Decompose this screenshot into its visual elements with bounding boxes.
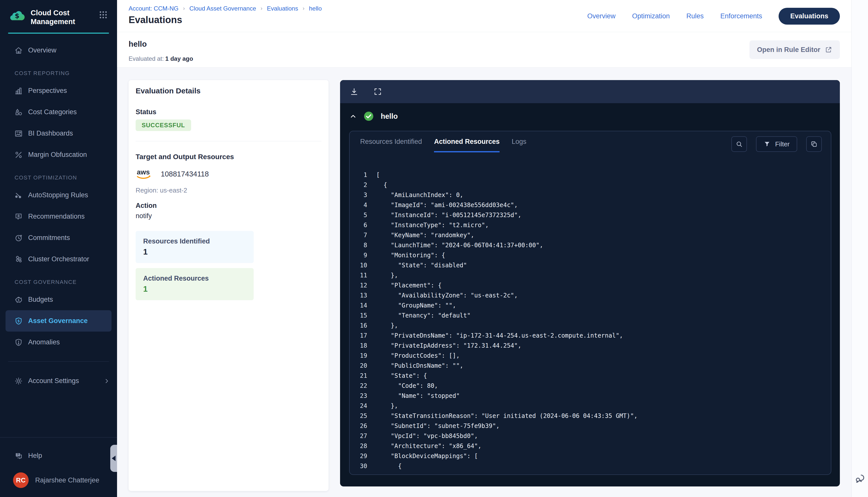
sidebar-item-label: Asset Governance — [28, 317, 88, 325]
code-line: 18 "PrivateIpAddress": "172.31.44.254", — [350, 341, 831, 351]
line-number: 18 — [350, 341, 376, 351]
code-line: 30 { — [350, 461, 831, 471]
search-button[interactable] — [731, 136, 747, 152]
top-nav-evaluations[interactable]: Evaluations — [779, 8, 840, 25]
sidebar-item-label: Recommendations — [28, 213, 85, 221]
chevron-up-icon[interactable] — [350, 113, 356, 120]
line-number: 3 — [350, 190, 376, 200]
piggy-bank-icon: $ — [14, 295, 23, 304]
sidebar-collapse-handle[interactable] — [110, 445, 117, 472]
bar-chart-icon — [14, 86, 23, 95]
evaluation-name: hello — [129, 40, 147, 49]
sidebar-item-budgets[interactable]: $Budgets — [0, 289, 117, 310]
code-text: "PrivateDnsName": "ip-172-31-44-254.us-e… — [376, 330, 623, 341]
breadcrumb-link[interactable]: Cloud Asset Governance — [190, 5, 256, 12]
tab-actioned-resources[interactable]: Actioned Resources — [434, 138, 500, 152]
sidebar-item-asset-governance[interactable]: $Asset Governance — [5, 310, 112, 331]
svg-text:$: $ — [17, 319, 19, 323]
code-area[interactable]: 1[2 {3 "AmiLaunchIndex": 0,4 "ImageId": … — [350, 152, 831, 474]
line-number: 2 — [350, 180, 376, 190]
breadcrumb-link[interactable]: hello — [309, 5, 322, 12]
code-line: 23 "Name": "stopped" — [350, 391, 831, 401]
breadcrumb-link[interactable]: Evaluations — [267, 5, 298, 12]
code-line: 3 "AmiLaunchIndex": 0, — [350, 190, 831, 200]
code-text: "SubnetId": "subnet-75fe9b39", — [376, 421, 500, 431]
breadcrumb-link[interactable]: Account: CCM-NG — [129, 5, 179, 12]
sidebar-item-label: Anomalies — [28, 338, 60, 346]
sidebar-item-recommendations[interactable]: Recommendations — [0, 206, 117, 227]
top-nav-enforcements[interactable]: Enforcements — [720, 12, 762, 20]
line-number: 4 — [350, 200, 376, 210]
shapes-icon — [14, 108, 23, 117]
sidebar-item-anomalies[interactable]: Anomalies — [0, 331, 117, 353]
shield-dollar-icon: $ — [14, 316, 23, 326]
line-number: 17 — [350, 330, 376, 341]
line-number: 26 — [350, 421, 376, 431]
code-line: 24 }, — [350, 401, 831, 411]
code-text: "ImageId": "ami-002438e556dd03e4c", — [376, 200, 518, 210]
sidebar-item-label: Budgets — [28, 296, 53, 303]
support-chat-icon[interactable] — [854, 473, 866, 484]
region-text: Region: us-east-2 — [136, 186, 321, 194]
line-number: 23 — [350, 391, 376, 401]
svg-text:$: $ — [15, 12, 19, 19]
code-text: "State": { — [376, 371, 427, 381]
code-text: "AvailabilityZone": "us-east-2c", — [376, 290, 518, 300]
sidebar-item-commitments[interactable]: Commitments — [0, 227, 117, 248]
home-icon — [14, 46, 23, 55]
sidebar-item-cost-categories[interactable]: Cost Categories — [0, 101, 117, 123]
viewer-evaluation-row: hello — [340, 103, 840, 129]
code-text: { — [376, 461, 402, 471]
open-in-rule-editor-button[interactable]: Open in Rule Editor — [750, 40, 840, 59]
breadcrumb: Account: CCM-NG›Cloud Asset Governance›E… — [129, 5, 322, 12]
stat-value: 1 — [143, 247, 246, 257]
tab-logs[interactable]: Logs — [512, 138, 527, 152]
sidebar-item-margin-obfuscation[interactable]: Margin Obfuscation — [0, 144, 117, 166]
sidebar-item-perspectives[interactable]: Perspectives — [0, 80, 117, 101]
sidebar-footer: ? Help RC Rajarshee Chatterjee — [0, 437, 117, 497]
fullscreen-icon[interactable] — [373, 87, 382, 96]
filter-button[interactable]: Filter — [756, 136, 797, 152]
top-nav: OverviewOptimizationRulesEnforcementsEva… — [587, 0, 840, 32]
chevron-right-icon — [103, 377, 111, 385]
copy-button[interactable] — [806, 136, 822, 152]
line-number: 19 — [350, 351, 376, 361]
aws-account-id: 108817434118 — [161, 170, 209, 178]
cluster-icon — [14, 255, 23, 264]
top-nav-rules[interactable]: Rules — [686, 12, 704, 20]
clock-icon — [14, 233, 23, 242]
line-number: 7 — [350, 230, 376, 240]
sidebar-item-cluster-orchestrator[interactable]: Cluster Orchestrator — [0, 248, 117, 270]
sidebar-item-account-settings[interactable]: Account Settings — [0, 370, 117, 392]
user-profile[interactable]: RC Rajarshee Chatterjee — [0, 472, 117, 488]
code-text: "PublicDnsName": "", — [376, 361, 463, 371]
download-icon[interactable] — [350, 87, 359, 96]
app-switcher-grid-icon[interactable] — [98, 10, 108, 19]
code-line: 1[ — [350, 170, 831, 180]
viewer-toolbar — [340, 80, 840, 103]
sidebar-item-autostopping-rules[interactable]: AutoStopping Rules — [0, 184, 117, 206]
code-text: "KeyName": "randomkey", — [376, 230, 474, 240]
sidebar-section-label: COST REPORTING — [0, 61, 117, 80]
line-number: 6 — [350, 220, 376, 230]
code-line: 16 }, — [350, 321, 831, 330]
top-nav-overview[interactable]: Overview — [587, 12, 616, 20]
top-nav-optimization[interactable]: Optimization — [632, 12, 670, 20]
sidebar-item-label: Overview — [28, 46, 56, 54]
line-number: 20 — [350, 361, 376, 371]
line-number: 5 — [350, 210, 376, 220]
sidebar-item-bi-dashboards[interactable]: BI Dashboards — [0, 123, 117, 144]
main-area: Account: CCM-NG›Cloud Asset Governance›E… — [117, 0, 851, 497]
avatar[interactable]: RC — [13, 472, 29, 488]
line-number: 10 — [350, 260, 376, 270]
code-line: 15 "Tenancy": "default" — [350, 311, 831, 321]
sidebar-item-overview[interactable]: Overview — [0, 40, 117, 61]
code-line: 5 "InstanceId": "i-00512145e7372325d", — [350, 210, 831, 220]
filter-label: Filter — [775, 140, 790, 148]
line-number: 14 — [350, 300, 376, 311]
tab-resources-identified[interactable]: Resources Identified — [360, 138, 422, 152]
breadcrumb-separator: › — [183, 5, 185, 12]
sidebar-item-help[interactable]: ? Help — [0, 445, 117, 466]
sidebar-divider — [8, 361, 109, 362]
open-in-rule-editor-label: Open in Rule Editor — [757, 46, 820, 54]
